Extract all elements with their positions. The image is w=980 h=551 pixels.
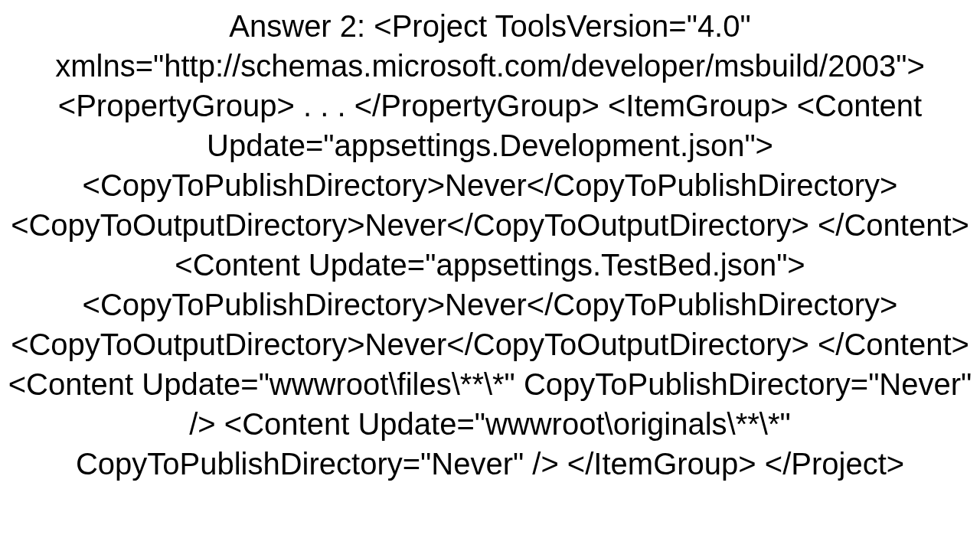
document-text: Answer 2: <Project ToolsVersion="4.0" xm…: [3, 6, 977, 484]
